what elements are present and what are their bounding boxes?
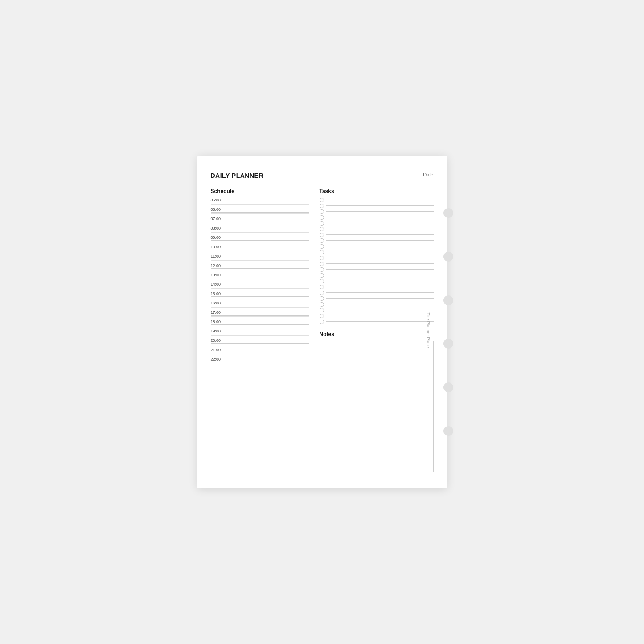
task-item: [320, 238, 434, 243]
task-checkbox[interactable]: [320, 233, 324, 237]
time-label: 12:00: [211, 263, 309, 268]
task-line: [326, 246, 434, 246]
binder-hole: [443, 426, 453, 436]
task-line: [326, 292, 434, 293]
task-checkbox[interactable]: [320, 308, 324, 312]
time-label: 09:00: [211, 235, 309, 240]
task-item: [320, 244, 434, 249]
task-item: [320, 215, 434, 220]
schedule-item: 13:00: [211, 273, 309, 279]
task-item: [320, 291, 434, 295]
task-checkbox[interactable]: [320, 262, 324, 266]
task-checkbox[interactable]: [320, 285, 324, 289]
task-checkbox[interactable]: [320, 279, 324, 283]
schedule-item: 10:00: [211, 245, 309, 251]
task-checkbox[interactable]: [320, 256, 324, 260]
task-item: [320, 267, 434, 272]
schedule-line: [211, 287, 309, 287]
task-line: [326, 298, 434, 299]
time-label: 11:00: [211, 254, 309, 258]
schedule-line: [211, 306, 309, 306]
task-checkbox[interactable]: [320, 296, 324, 301]
schedule-subline: [211, 204, 309, 205]
task-line: [326, 321, 434, 322]
notes-title: Notes: [320, 331, 434, 337]
time-label: 13:00: [211, 273, 309, 277]
schedule-subline: [211, 279, 309, 279]
time-label: 17:00: [211, 310, 309, 315]
task-item: [320, 262, 434, 266]
brand-text: The Planner Place: [426, 312, 431, 348]
task-item: [320, 250, 434, 254]
schedule-item: 06:00: [211, 207, 309, 214]
task-line: [326, 275, 434, 275]
task-line: [326, 211, 434, 212]
schedule-subline: [211, 232, 309, 233]
binder-hole: [443, 339, 453, 349]
schedule-subline: [211, 316, 309, 317]
notes-section: Notes: [320, 331, 434, 472]
task-checkbox[interactable]: [320, 238, 324, 243]
tasks-section: Tasks: [320, 188, 434, 324]
schedule-item: 17:00: [211, 310, 309, 317]
task-checkbox[interactable]: [320, 198, 324, 202]
task-checkbox[interactable]: [320, 209, 324, 214]
task-checkbox[interactable]: [320, 302, 324, 307]
schedule-line: [211, 278, 309, 278]
schedule-line: [211, 250, 309, 250]
task-checkbox[interactable]: [320, 244, 324, 249]
time-label: 16:00: [211, 301, 309, 305]
schedule-item: 08:00: [211, 226, 309, 233]
planner-page: DAILY PLANNER Date Schedule 05:00 06:00 …: [197, 156, 447, 488]
task-line: [326, 287, 434, 287]
time-label: 08:00: [211, 226, 309, 230]
task-checkbox[interactable]: [320, 215, 324, 220]
schedule-subline: [211, 335, 309, 336]
task-checkbox[interactable]: [320, 291, 324, 295]
schedule-line: [211, 334, 309, 334]
time-label: 06:00: [211, 207, 309, 212]
task-line: [326, 240, 434, 241]
task-item: [320, 198, 434, 202]
schedule-line: [211, 212, 309, 213]
task-item: [320, 256, 434, 260]
task-checkbox[interactable]: [320, 221, 324, 226]
schedule-subline: [211, 326, 309, 326]
schedule-item: 21:00: [211, 348, 309, 354]
task-line: [326, 217, 434, 217]
task-line: [326, 281, 434, 281]
schedule-subline: [211, 354, 309, 354]
date-label: Date: [423, 172, 433, 177]
right-column: The Planner Place Tasks: [320, 188, 434, 472]
task-item: [320, 308, 434, 312]
schedule-subline: [211, 345, 309, 345]
task-line: [326, 269, 434, 270]
task-item: [320, 314, 434, 318]
task-item: [320, 233, 434, 237]
task-item: [320, 296, 434, 301]
schedule-line: [211, 324, 309, 325]
task-checkbox[interactable]: [320, 273, 324, 278]
schedule-subline: [211, 288, 309, 289]
task-checkbox[interactable]: [320, 314, 324, 318]
time-label: 22:00: [211, 357, 309, 361]
task-line: [326, 229, 434, 229]
task-checkbox[interactable]: [320, 250, 324, 254]
task-checkbox[interactable]: [320, 204, 324, 208]
schedule-item: 12:00: [211, 263, 309, 270]
task-line: [326, 200, 434, 200]
time-label: 14:00: [211, 282, 309, 287]
task-checkbox[interactable]: [320, 320, 324, 324]
schedule-line: [211, 296, 309, 297]
task-line: [326, 258, 434, 258]
task-item: [320, 221, 434, 226]
notes-box[interactable]: [320, 341, 434, 472]
task-line: [326, 316, 434, 316]
task-checkbox[interactable]: [320, 227, 324, 231]
schedule-item: 11:00: [211, 254, 309, 261]
task-line: [326, 304, 434, 304]
task-item: [320, 302, 434, 307]
binder-hole: [443, 252, 453, 262]
page-title: DAILY PLANNER: [211, 172, 264, 179]
task-checkbox[interactable]: [320, 267, 324, 272]
